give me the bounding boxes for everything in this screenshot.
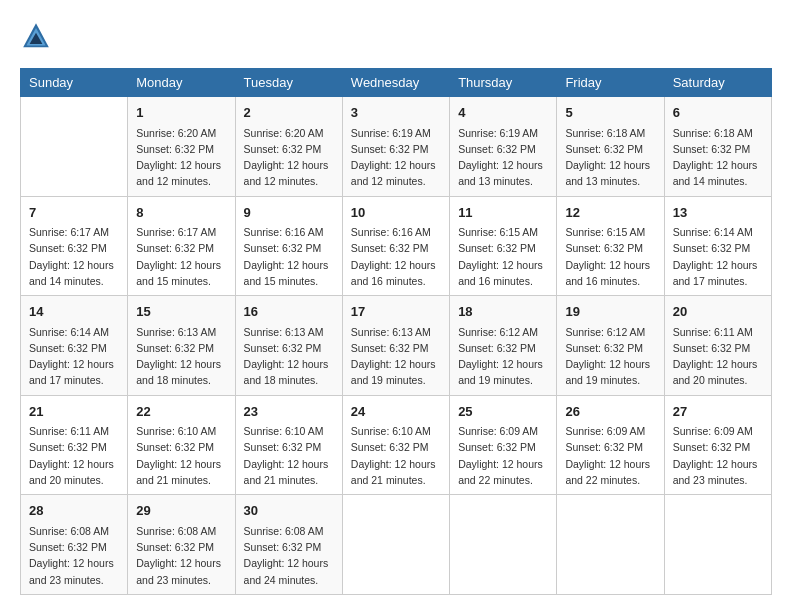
day-number: 4 <box>458 103 548 123</box>
day-number: 24 <box>351 402 441 422</box>
day-info: Sunrise: 6:16 AMSunset: 6:32 PMDaylight:… <box>351 224 441 289</box>
day-number: 9 <box>244 203 334 223</box>
day-number: 20 <box>673 302 763 322</box>
calendar-cell: 1Sunrise: 6:20 AMSunset: 6:32 PMDaylight… <box>128 97 235 197</box>
day-header-thursday: Thursday <box>450 69 557 97</box>
day-number: 17 <box>351 302 441 322</box>
week-row-2: 7Sunrise: 6:17 AMSunset: 6:32 PMDaylight… <box>21 196 772 296</box>
day-number: 23 <box>244 402 334 422</box>
day-number: 18 <box>458 302 548 322</box>
calendar-cell: 30Sunrise: 6:08 AMSunset: 6:32 PMDayligh… <box>235 495 342 595</box>
day-number: 19 <box>565 302 655 322</box>
day-info: Sunrise: 6:20 AMSunset: 6:32 PMDaylight:… <box>136 125 226 190</box>
day-number: 8 <box>136 203 226 223</box>
day-number: 22 <box>136 402 226 422</box>
day-info: Sunrise: 6:12 AMSunset: 6:32 PMDaylight:… <box>565 324 655 389</box>
day-info: Sunrise: 6:10 AMSunset: 6:32 PMDaylight:… <box>244 423 334 488</box>
calendar-cell: 25Sunrise: 6:09 AMSunset: 6:32 PMDayligh… <box>450 395 557 495</box>
day-header-tuesday: Tuesday <box>235 69 342 97</box>
calendar-cell: 5Sunrise: 6:18 AMSunset: 6:32 PMDaylight… <box>557 97 664 197</box>
calendar-cell <box>450 495 557 595</box>
calendar-cell: 11Sunrise: 6:15 AMSunset: 6:32 PMDayligh… <box>450 196 557 296</box>
calendar-cell: 21Sunrise: 6:11 AMSunset: 6:32 PMDayligh… <box>21 395 128 495</box>
day-number: 14 <box>29 302 119 322</box>
calendar-cell <box>664 495 771 595</box>
calendar-cell: 20Sunrise: 6:11 AMSunset: 6:32 PMDayligh… <box>664 296 771 396</box>
calendar-cell: 22Sunrise: 6:10 AMSunset: 6:32 PMDayligh… <box>128 395 235 495</box>
calendar-cell: 17Sunrise: 6:13 AMSunset: 6:32 PMDayligh… <box>342 296 449 396</box>
day-info: Sunrise: 6:13 AMSunset: 6:32 PMDaylight:… <box>136 324 226 389</box>
calendar-cell: 8Sunrise: 6:17 AMSunset: 6:32 PMDaylight… <box>128 196 235 296</box>
day-info: Sunrise: 6:10 AMSunset: 6:32 PMDaylight:… <box>136 423 226 488</box>
day-number: 2 <box>244 103 334 123</box>
day-info: Sunrise: 6:17 AMSunset: 6:32 PMDaylight:… <box>29 224 119 289</box>
calendar-cell <box>342 495 449 595</box>
calendar-cell: 6Sunrise: 6:18 AMSunset: 6:32 PMDaylight… <box>664 97 771 197</box>
day-info: Sunrise: 6:09 AMSunset: 6:32 PMDaylight:… <box>458 423 548 488</box>
week-row-1: 1Sunrise: 6:20 AMSunset: 6:32 PMDaylight… <box>21 97 772 197</box>
calendar-cell: 27Sunrise: 6:09 AMSunset: 6:32 PMDayligh… <box>664 395 771 495</box>
day-number: 12 <box>565 203 655 223</box>
calendar-cell: 16Sunrise: 6:13 AMSunset: 6:32 PMDayligh… <box>235 296 342 396</box>
day-info: Sunrise: 6:11 AMSunset: 6:32 PMDaylight:… <box>673 324 763 389</box>
day-info: Sunrise: 6:18 AMSunset: 6:32 PMDaylight:… <box>673 125 763 190</box>
calendar-cell: 23Sunrise: 6:10 AMSunset: 6:32 PMDayligh… <box>235 395 342 495</box>
day-info: Sunrise: 6:08 AMSunset: 6:32 PMDaylight:… <box>244 523 334 588</box>
day-info: Sunrise: 6:09 AMSunset: 6:32 PMDaylight:… <box>565 423 655 488</box>
day-header-wednesday: Wednesday <box>342 69 449 97</box>
calendar-cell: 14Sunrise: 6:14 AMSunset: 6:32 PMDayligh… <box>21 296 128 396</box>
day-number: 26 <box>565 402 655 422</box>
week-row-3: 14Sunrise: 6:14 AMSunset: 6:32 PMDayligh… <box>21 296 772 396</box>
day-number: 7 <box>29 203 119 223</box>
day-number: 28 <box>29 501 119 521</box>
page-header <box>20 20 772 52</box>
day-info: Sunrise: 6:13 AMSunset: 6:32 PMDaylight:… <box>351 324 441 389</box>
day-number: 13 <box>673 203 763 223</box>
day-number: 3 <box>351 103 441 123</box>
day-info: Sunrise: 6:19 AMSunset: 6:32 PMDaylight:… <box>458 125 548 190</box>
calendar-cell: 29Sunrise: 6:08 AMSunset: 6:32 PMDayligh… <box>128 495 235 595</box>
day-info: Sunrise: 6:15 AMSunset: 6:32 PMDaylight:… <box>565 224 655 289</box>
days-header-row: SundayMondayTuesdayWednesdayThursdayFrid… <box>21 69 772 97</box>
logo-icon <box>20 20 52 52</box>
day-info: Sunrise: 6:16 AMSunset: 6:32 PMDaylight:… <box>244 224 334 289</box>
calendar-cell: 4Sunrise: 6:19 AMSunset: 6:32 PMDaylight… <box>450 97 557 197</box>
calendar-cell: 15Sunrise: 6:13 AMSunset: 6:32 PMDayligh… <box>128 296 235 396</box>
day-info: Sunrise: 6:18 AMSunset: 6:32 PMDaylight:… <box>565 125 655 190</box>
calendar-cell <box>557 495 664 595</box>
day-info: Sunrise: 6:13 AMSunset: 6:32 PMDaylight:… <box>244 324 334 389</box>
day-info: Sunrise: 6:09 AMSunset: 6:32 PMDaylight:… <box>673 423 763 488</box>
day-info: Sunrise: 6:19 AMSunset: 6:32 PMDaylight:… <box>351 125 441 190</box>
calendar-cell: 26Sunrise: 6:09 AMSunset: 6:32 PMDayligh… <box>557 395 664 495</box>
calendar-cell: 18Sunrise: 6:12 AMSunset: 6:32 PMDayligh… <box>450 296 557 396</box>
day-header-friday: Friday <box>557 69 664 97</box>
day-number: 30 <box>244 501 334 521</box>
day-info: Sunrise: 6:14 AMSunset: 6:32 PMDaylight:… <box>673 224 763 289</box>
calendar-cell <box>21 97 128 197</box>
calendar-cell: 9Sunrise: 6:16 AMSunset: 6:32 PMDaylight… <box>235 196 342 296</box>
day-number: 29 <box>136 501 226 521</box>
day-info: Sunrise: 6:11 AMSunset: 6:32 PMDaylight:… <box>29 423 119 488</box>
day-header-monday: Monday <box>128 69 235 97</box>
day-header-saturday: Saturday <box>664 69 771 97</box>
day-number: 15 <box>136 302 226 322</box>
calendar-cell: 12Sunrise: 6:15 AMSunset: 6:32 PMDayligh… <box>557 196 664 296</box>
day-number: 6 <box>673 103 763 123</box>
day-number: 25 <box>458 402 548 422</box>
calendar-cell: 2Sunrise: 6:20 AMSunset: 6:32 PMDaylight… <box>235 97 342 197</box>
day-number: 21 <box>29 402 119 422</box>
logo <box>20 20 58 52</box>
day-number: 27 <box>673 402 763 422</box>
calendar-cell: 28Sunrise: 6:08 AMSunset: 6:32 PMDayligh… <box>21 495 128 595</box>
calendar-cell: 10Sunrise: 6:16 AMSunset: 6:32 PMDayligh… <box>342 196 449 296</box>
week-row-5: 28Sunrise: 6:08 AMSunset: 6:32 PMDayligh… <box>21 495 772 595</box>
day-info: Sunrise: 6:15 AMSunset: 6:32 PMDaylight:… <box>458 224 548 289</box>
day-info: Sunrise: 6:12 AMSunset: 6:32 PMDaylight:… <box>458 324 548 389</box>
week-row-4: 21Sunrise: 6:11 AMSunset: 6:32 PMDayligh… <box>21 395 772 495</box>
day-header-sunday: Sunday <box>21 69 128 97</box>
day-info: Sunrise: 6:08 AMSunset: 6:32 PMDaylight:… <box>136 523 226 588</box>
day-number: 5 <box>565 103 655 123</box>
day-info: Sunrise: 6:14 AMSunset: 6:32 PMDaylight:… <box>29 324 119 389</box>
calendar-cell: 3Sunrise: 6:19 AMSunset: 6:32 PMDaylight… <box>342 97 449 197</box>
day-info: Sunrise: 6:17 AMSunset: 6:32 PMDaylight:… <box>136 224 226 289</box>
